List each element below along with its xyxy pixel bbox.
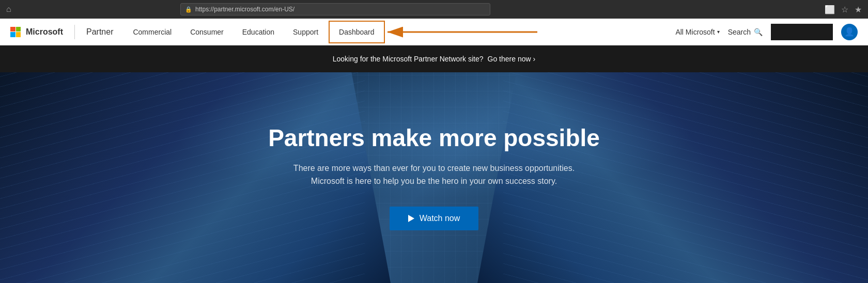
bookmark-icon[interactable]: ☆	[841, 5, 848, 14]
search-label: Search	[728, 28, 751, 36]
nav-right: All Microsoft ▾ Search 🔍 👤	[675, 24, 858, 40]
all-microsoft-label: All Microsoft	[675, 28, 715, 36]
tab-icon[interactable]: ⬜	[825, 5, 835, 14]
nav-link-dashboard[interactable]: Dashboard	[329, 21, 385, 43]
home-icon[interactable]: ⌂	[6, 5, 11, 14]
address-bar[interactable]: 🔒 https://partner.microsoft.com/en-US/	[180, 3, 490, 15]
nav-links: Commercial Consumer Education Support Da…	[123, 19, 675, 45]
chevron-down-icon: ▾	[717, 29, 720, 35]
browser-toolbar-icons: ⬜ ☆ ★	[825, 5, 862, 14]
hero-content: Partners make more possible There are mo…	[0, 72, 868, 283]
extension-icon[interactable]: ★	[855, 5, 862, 14]
search-icon: 🔍	[754, 28, 763, 36]
search-bar[interactable]: Search 🔍	[728, 28, 763, 36]
user-icon: 👤	[844, 27, 855, 37]
nav-logo: Microsoft Partner	[10, 25, 113, 39]
hero-subtitle: There are more ways than ever for you to…	[279, 162, 589, 188]
nav-link-consumer[interactable]: Consumer	[181, 19, 233, 45]
logo-square-red	[10, 27, 16, 32]
notification-bar: Looking for the Microsoft Partner Networ…	[0, 45, 868, 72]
all-microsoft-menu[interactable]: All Microsoft ▾	[675, 28, 719, 36]
watch-now-label: Watch now	[420, 214, 460, 223]
notification-link-text: Go there now	[488, 55, 531, 63]
nav-link-commercial[interactable]: Commercial	[123, 19, 181, 45]
browser-chrome: ⌂ 🔒 https://partner.microsoft.com/en-US/…	[0, 0, 868, 19]
microsoft-wordmark: Microsoft	[26, 27, 63, 37]
watch-now-button[interactable]: Watch now	[390, 207, 479, 230]
microsoft-logo	[10, 27, 21, 37]
notification-link-arrow: ›	[533, 55, 536, 63]
notification-link[interactable]: Go there now ›	[488, 55, 536, 63]
hero-title: Partners make more possible	[268, 125, 600, 151]
logo-divider	[74, 25, 75, 39]
nav-link-education[interactable]: Education	[233, 19, 284, 45]
url-text: https://partner.microsoft.com/en-US/	[195, 6, 295, 13]
nav-bar: Microsoft Partner Commercial Consumer Ed…	[0, 19, 868, 45]
logo-square-yellow	[16, 32, 21, 37]
partner-wordmark: Partner	[86, 27, 113, 37]
logo-square-blue	[10, 32, 16, 37]
nav-cta-button[interactable]	[771, 24, 833, 40]
nav-link-support[interactable]: Support	[284, 19, 328, 45]
lock-icon: 🔒	[185, 6, 192, 13]
user-avatar[interactable]: 👤	[841, 24, 858, 40]
play-icon	[408, 215, 414, 222]
hero-section: Partners make more possible There are mo…	[0, 72, 868, 283]
logo-square-green	[16, 27, 21, 32]
notification-text: Looking for the Microsoft Partner Networ…	[333, 55, 484, 63]
